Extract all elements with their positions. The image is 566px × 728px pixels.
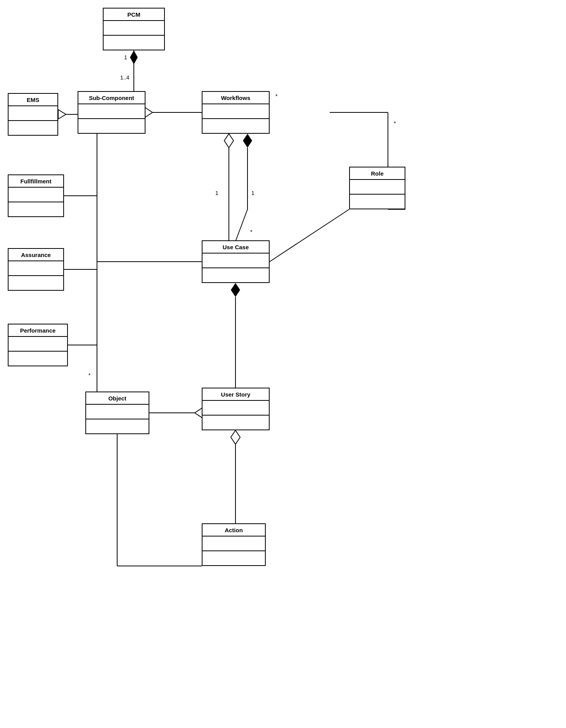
class-fullfillment-section1 [9,188,63,202]
svg-marker-12 [243,134,252,148]
class-ems-section2 [9,121,57,135]
svg-marker-24 [231,430,240,444]
class-object: Object [85,392,149,434]
class-ems-section1 [9,106,57,121]
class-userstory-section1 [203,401,269,416]
class-role-section2 [350,195,405,209]
class-role: Role [349,167,405,209]
class-fullfillment-label: Fullfillment [9,175,63,188]
class-userstory-section2 [203,416,269,430]
class-object-section2 [86,419,149,433]
class-role-section1 [350,180,405,195]
svg-marker-4 [58,110,66,119]
class-ems: EMS [8,93,58,136]
class-ems-label: EMS [9,94,57,106]
class-action: Action [202,523,266,566]
class-workflows-section2 [203,119,269,133]
class-role-label: Role [350,167,405,180]
class-assurance-section1 [9,261,63,276]
svg-line-14 [236,209,248,240]
class-assurance: Assurance [8,248,64,291]
svg-line-15 [270,209,349,262]
class-assurance-label: Assurance [9,249,63,261]
svg-marker-1 [130,50,138,64]
class-pcm: PCM [103,8,165,50]
class-workflows-label: Workflows [203,92,269,104]
class-action-section1 [203,537,265,551]
class-usecase: Use Case [202,240,270,283]
class-subcomponent-section2 [78,119,145,133]
class-subcomponent-label: Sub-Component [78,92,145,104]
class-object-label: Object [86,392,149,405]
class-fullfillment: Fullfillment [8,174,64,217]
class-assurance-section2 [9,276,63,290]
multiplicity-pcm-1: 1 [124,54,127,60]
class-workflows-section1 [203,104,269,119]
class-action-section2 [203,551,265,565]
class-usecase-label: Use Case [203,241,269,254]
svg-marker-20 [231,283,240,297]
multiplicity-usecase-1a: 1 [215,190,218,196]
multiplicity-role-star: * [394,120,396,126]
multiplicity-object-star: * [88,372,90,378]
multiplicity-workflows-star: * [275,93,277,99]
class-userstory-label: User Story [203,388,269,401]
svg-marker-10 [224,134,234,148]
class-subcomponent: Sub-Component [78,91,145,134]
class-usecase-section1 [203,254,269,268]
class-performance-label: Performance [9,324,67,337]
class-performance: Performance [8,324,68,366]
multiplicity-usecase-1b: 1 [251,190,254,196]
multiplicity-pcm-14: 1..4 [120,74,129,81]
class-pcm-section2 [104,36,164,50]
class-action-label: Action [203,524,265,537]
class-performance-section2 [9,352,67,366]
diagram-container: PCM Sub-Component EMS Workflows Role Ful… [0,0,566,728]
class-usecase-section2 [203,268,269,282]
class-pcm-label: PCM [104,9,164,21]
class-object-section1 [86,405,149,419]
class-fullfillment-section2 [9,202,63,216]
class-pcm-section1 [104,21,164,36]
class-performance-section1 [9,337,67,352]
class-workflows: Workflows [202,91,270,134]
class-userstory: User Story [202,388,270,430]
class-subcomponent-section1 [78,104,145,119]
multiplicity-usecase-star: * [250,229,252,235]
